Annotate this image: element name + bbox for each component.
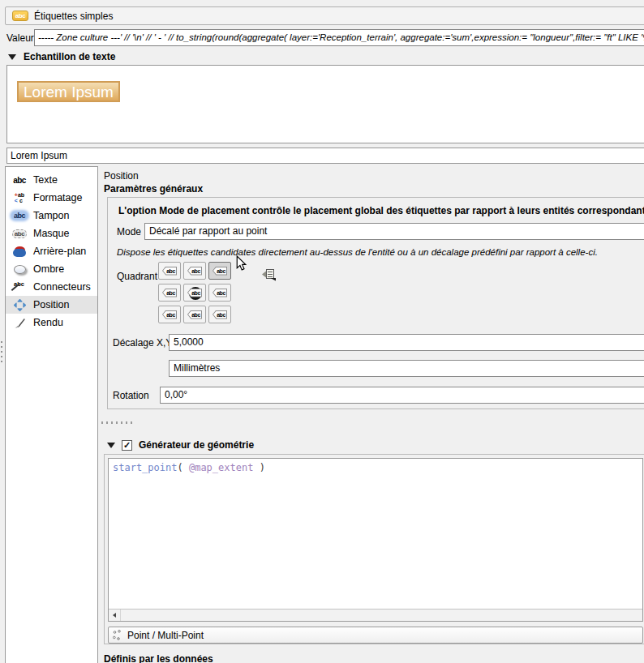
value-label: Valeur <box>6 32 34 44</box>
data-defined-section-title: Définis par les données <box>104 653 213 663</box>
offset-label: Décalage X,Y <box>113 337 172 349</box>
checkbox-check-icon: ✓ <box>123 441 131 450</box>
sidebar-item-rendu[interactable]: Rendu <box>6 314 97 332</box>
label-tag-icon: abc <box>187 267 202 276</box>
sidebar-item-texte[interactable]: abc Texte <box>6 171 97 189</box>
label-tag-icon: abc <box>162 310 177 319</box>
sample-section-label: Echantillon de texte <box>24 51 115 62</box>
splitter-handle-horizontal[interactable] <box>101 421 132 424</box>
position-settings-pane: Position Paramètres généraux L'option Mo… <box>99 166 644 663</box>
quadrant-right-button[interactable]: abc <box>208 284 231 302</box>
scroll-left-button[interactable] <box>109 610 121 621</box>
geometry-type-value: Point / Multi-Point <box>127 630 204 641</box>
collapse-triangle-icon[interactable] <box>107 443 115 448</box>
text-sample-preview: Lorem Ipsum <box>6 65 644 143</box>
label-abc-icon: abc <box>12 11 28 21</box>
quadrant-above-left-button[interactable]: abc <box>158 262 181 280</box>
quadrant-below-right-button[interactable]: abc <box>208 306 231 323</box>
expression-input[interactable]: ----- Zone culture ---' // '\n' // ' - '… <box>34 29 644 46</box>
arrow-left-icon <box>113 613 116 618</box>
multipoint-icon <box>113 630 122 640</box>
data-defined-override-icon <box>261 267 276 281</box>
mouse-cursor <box>236 255 247 274</box>
label-type-title: Étiquettes simples <box>34 11 113 22</box>
label-tag-icon: abc <box>213 289 227 297</box>
sample-section-header[interactable]: Echantillon de texte <box>8 51 115 62</box>
formatting-icon: +ab< c <box>11 190 28 205</box>
mode-label: Mode <box>117 226 141 237</box>
collapse-triangle-icon[interactable] <box>8 54 16 60</box>
general-settings-title: Paramètres généraux <box>104 183 203 195</box>
geometry-generator-label: Générateur de géométrie <box>139 439 254 451</box>
settings-sidebar: abc Texte +ab< c Formatage abc Tampon ab… <box>5 166 98 663</box>
offset-value-input[interactable]: 5,0000 <box>169 334 644 351</box>
geometry-generator-header: ✓ Générateur de géométrie <box>107 439 254 451</box>
mode-description: Dispose les étiquettes candidates direct… <box>117 247 644 257</box>
sidebar-item-ombre[interactable]: Ombre <box>6 260 97 278</box>
geometry-type-select[interactable]: Point / Multi-Point <box>108 627 643 644</box>
value-row: Valeur ----- Zone culture ---' // '\n' /… <box>6 29 644 46</box>
general-settings-group: L'option Mode de placement contrôle le p… <box>107 197 644 409</box>
geometry-generator-group: start_point( @map_extent ) Point / Multi… <box>104 454 644 644</box>
rotation-value-input[interactable]: 0,00° <box>160 387 644 404</box>
data-defined-override-button[interactable] <box>259 265 278 283</box>
expression-code-editor[interactable]: start_point( @map_extent ) <box>108 458 643 622</box>
shadow-icon <box>11 262 28 276</box>
sidebar-item-arriere-plan[interactable]: Arrière-plan <box>6 242 97 260</box>
quadrant-above-right-button[interactable]: abc <box>208 262 231 280</box>
sidebar-item-masque[interactable]: abc Masque <box>6 225 97 242</box>
pane-title: Position <box>104 170 139 182</box>
label-tag-icon: abc <box>162 289 177 297</box>
sidebar-item-connecteurs[interactable]: abc Connecteurs <box>6 278 97 296</box>
geometry-generator-checkbox[interactable]: ✓ <box>122 440 132 451</box>
quadrant-grid: abc abc abc abc abc abc abc abc abc <box>158 262 235 327</box>
quadrant-below-left-button[interactable]: abc <box>158 306 181 323</box>
text-icon: abc <box>11 173 28 187</box>
code-line[interactable]: start_point( @map_extent ) <box>109 459 642 609</box>
label-tag-icon: abc <box>162 267 177 276</box>
quadrant-over-point-button[interactable]: abc <box>183 284 206 302</box>
sidebar-item-tampon[interactable]: abc Tampon <box>6 207 97 225</box>
offset-unit-select[interactable]: Millimètres <box>169 360 644 377</box>
quadrant-below-button[interactable]: abc <box>183 306 206 323</box>
position-icon <box>11 297 28 312</box>
placement-help-text: L'option Mode de placement contrôle le p… <box>118 205 644 216</box>
sidebar-item-position[interactable]: Position <box>6 296 97 314</box>
label-tag-icon: abc <box>187 310 202 319</box>
background-icon <box>11 244 28 259</box>
settings-panel: abc Texte +ab< c Formatage abc Tampon ab… <box>5 166 644 663</box>
sample-label-chip: Lorem Ipsum <box>17 81 120 102</box>
quadrant-above-button[interactable]: abc <box>183 262 206 280</box>
label-tag-icon: abc <box>213 310 227 319</box>
label-type-selector[interactable]: abc Étiquettes simples <box>5 6 644 25</box>
mask-icon: abc <box>11 226 28 241</box>
quadrant-left-button[interactable]: abc <box>158 284 181 302</box>
buffer-icon: abc <box>11 208 28 223</box>
quadrant-label: Quadrant <box>117 271 157 282</box>
placement-mode-select[interactable]: Décalé par rapport au point <box>144 223 644 240</box>
label-tag-icon: abc <box>213 267 227 276</box>
callout-icon: abc <box>11 280 28 294</box>
sample-text-row: Lorem Ipsum <box>6 148 644 164</box>
splitter-handle-vertical[interactable] <box>1 341 3 362</box>
sidebar-item-formatage[interactable]: +ab< c Formatage <box>6 189 97 207</box>
rotation-label: Rotation <box>113 390 149 401</box>
rendering-icon <box>11 315 28 330</box>
horizontal-scrollbar[interactable] <box>109 609 642 621</box>
